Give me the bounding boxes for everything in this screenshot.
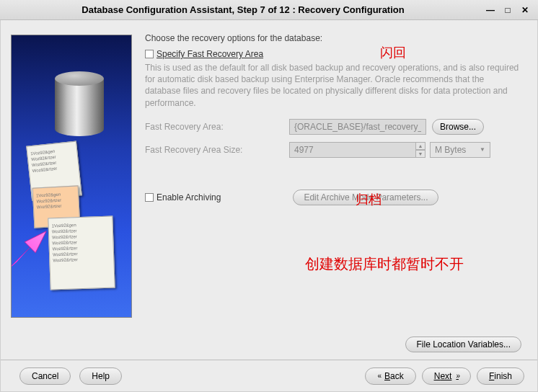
spinner-down-icon[interactable]: ▼ (415, 150, 425, 158)
next-button[interactable]: Next » (422, 368, 471, 385)
fast-recovery-area-size-row: Fast Recovery Area Size: ▲ ▼ M Bytes ▼ (145, 142, 521, 158)
enable-archiving-label: Enable Archiving (156, 192, 221, 202)
checkbox-icon[interactable] (145, 50, 154, 58)
next-arrow-icon: » (456, 372, 459, 380)
svg-marker-0 (11, 231, 46, 270)
fast-recovery-area-row: Fast Recovery Area: Browse... (145, 119, 521, 135)
annotation-archive: 归档 (356, 191, 382, 208)
back-button[interactable]: « Back (365, 368, 415, 385)
next-label: Next (434, 371, 452, 381)
fast-recovery-area-size-input[interactable] (289, 142, 416, 158)
spinner-up-icon[interactable]: ▲ (415, 142, 425, 150)
arrow-icon (11, 230, 48, 270)
file-location-row: File Location Variables... (1, 332, 537, 360)
maximize-icon[interactable]: □ (500, 4, 515, 16)
fast-recovery-area-input[interactable] (289, 119, 426, 135)
enable-archiving-row: Enable Archiving Edit Archive Mode Param… (145, 190, 521, 205)
fast-recovery-area-size-label: Fast Recovery Area Size: (145, 145, 289, 155)
specify-fast-recovery-checkbox-row[interactable]: Specify Fast Recovery Area (145, 49, 521, 59)
wizard-footer: Cancel Help « Back Next » Finish (1, 360, 537, 391)
window-title: Database Configuration Assistant, Step 7… (6, 4, 480, 15)
sheet-icon: 1Voz92&genWoz92&rtzerWoz92&rtzerWoz92&rt… (48, 215, 115, 290)
main-panel: Choose the recovery options for the data… (139, 20, 537, 332)
finish-button[interactable]: Finish (477, 368, 524, 385)
prompt-text: Choose the recovery options for the data… (145, 33, 521, 43)
titlebar: Database Configuration Assistant, Step 7… (0, 0, 538, 20)
back-arrow-icon: « (377, 372, 380, 380)
size-unit-dropdown[interactable]: M Bytes ▼ (430, 142, 490, 158)
fast-recovery-area-label: Fast Recovery Area: (145, 122, 289, 132)
annotation-bottom-note: 创建数据库时都暂时不开 (305, 254, 464, 274)
chevron-down-icon: ▼ (480, 146, 485, 153)
cancel-button[interactable]: Cancel (19, 368, 71, 385)
close-icon[interactable]: ✕ (518, 4, 532, 16)
specify-fast-recovery-label: Specify Fast Recovery Area (156, 49, 263, 59)
checkbox-icon[interactable] (145, 193, 154, 202)
size-unit-value: M Bytes (435, 145, 466, 155)
fast-recovery-description: This is used as the default for all disk… (145, 62, 521, 109)
size-spinner[interactable]: ▲ ▼ (415, 142, 425, 158)
help-button[interactable]: Help (79, 368, 122, 385)
finish-label: Finish (489, 371, 512, 381)
minimize-icon[interactable]: — (483, 4, 498, 16)
back-label: Back (384, 371, 404, 381)
database-icon (55, 71, 104, 136)
wizard-side-image: 1Voz92&genWoz92&rtzerWoz92&rtzerWoz92&rt… (11, 35, 132, 318)
window-body: 1Voz92&genWoz92&rtzerWoz92&rtzerWoz92&rt… (0, 20, 538, 392)
svg-marker-1 (11, 250, 27, 270)
annotation-flashback: 闪回 (380, 44, 406, 61)
browse-button[interactable]: Browse... (432, 119, 484, 135)
file-location-variables-button[interactable]: File Location Variables... (405, 337, 521, 352)
